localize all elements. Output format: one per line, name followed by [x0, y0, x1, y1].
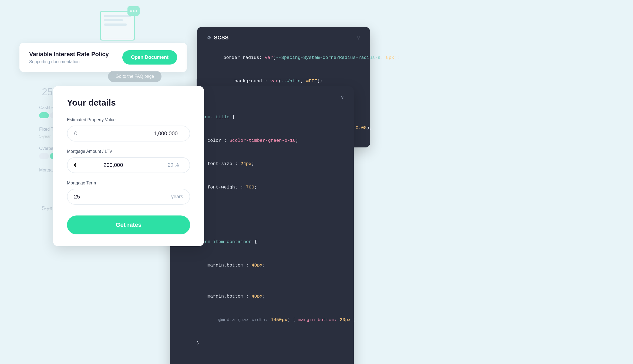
code-line-s11: @media (max-width: 1450px) { margin-bott…: [180, 308, 344, 332]
code-line-1: border radius: var(--Spacing-System-Corn…: [207, 46, 360, 70]
mortgage-amount-group: Mortgage Amount / LTV €: [67, 149, 190, 173]
mortgage-term-input[interactable]: [74, 194, 96, 200]
scss-panel-1-title: ⚙ SCSS: [207, 35, 228, 41]
code-line-s8: margin.bottom : 40px;: [180, 254, 344, 277]
vir-policy-card: Variable Interest Rate Policy Supporting…: [19, 43, 187, 72]
code-line-s5: }: [180, 199, 344, 223]
property-value-input-wrapper: €: [67, 126, 190, 141]
code-line-s4: font-weight : 700;: [180, 176, 344, 199]
code-line-s10: margin.bottom : 40px;: [180, 285, 344, 308]
background-illustration: [100, 11, 135, 41]
faq-button[interactable]: Go to the FAQ page: [108, 71, 161, 82]
chevron-down-icon[interactable]: ∨: [357, 35, 360, 41]
mortgage-term-input-wrapper: years: [67, 189, 190, 205]
code-line-s6: [180, 223, 344, 230]
details-title: Your details: [67, 98, 190, 108]
code-line-s12: }: [180, 332, 344, 355]
mortgage-amount-label: Mortgage Amount / LTV: [67, 149, 190, 154]
mortgage-currency: €: [74, 163, 76, 168]
property-value-currency: €: [74, 130, 77, 137]
vir-card-title: Variable Interest Rate Policy: [29, 51, 109, 58]
your-details-card: Your details Estimated Property Value € …: [53, 86, 204, 246]
vir-card-text: Variable Interest Rate Policy Supporting…: [29, 51, 109, 64]
vir-card-subtitle: Supporting documentation: [29, 59, 109, 64]
code-line-s13: [180, 355, 344, 363]
property-value-input[interactable]: [81, 130, 183, 137]
ltv-right: [157, 158, 190, 173]
mortgage-term-group: Mortgage Term years: [67, 181, 190, 205]
mortgage-term-suffix: years: [171, 194, 183, 200]
property-value-group: Estimated Property Value €: [67, 117, 190, 141]
property-value-label: Estimated Property Value: [67, 117, 190, 122]
code-line-s14: .label {: [180, 363, 344, 364]
mortgage-amount-input-wrapper: €: [67, 157, 190, 173]
code-line-s7: .form-item-container {: [180, 230, 344, 254]
get-rates-button[interactable]: Get rates: [67, 215, 190, 234]
ltv-input[interactable]: [164, 162, 183, 168]
gear-icon: ⚙: [207, 35, 211, 41]
mortgage-amount-left: €: [68, 158, 157, 173]
code-line-s3: font-size : 24px;: [180, 152, 344, 176]
code-line-s1: .form- title {: [180, 106, 344, 129]
scss-panel-2-header: ⚙ SCSS ∨: [180, 94, 344, 100]
code-line-s9: [180, 277, 344, 285]
chevron-down-icon-2[interactable]: ∨: [341, 94, 344, 100]
scss-code-block-2: .form- title { color : $color-timber-gre…: [180, 106, 344, 364]
open-document-button[interactable]: Open Document: [122, 50, 177, 65]
mortgage-amount-input[interactable]: [76, 162, 150, 168]
code-line-s2: color : $color-timber-green-o-16;: [180, 129, 344, 153]
scss-panel-1-header: ⚙ SCSS ∨: [207, 35, 360, 41]
mortgage-term-label: Mortgage Term: [67, 181, 190, 186]
